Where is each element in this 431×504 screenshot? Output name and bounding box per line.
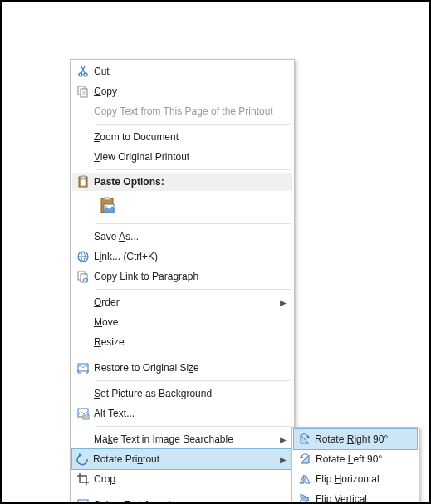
svg-rect-11	[104, 198, 110, 200]
copy-icon	[72, 85, 94, 98]
submenu-arrow-icon: ▶	[277, 298, 289, 307]
menu-item-make-searchable[interactable]: Make Text in Image Searchable ▶	[72, 429, 292, 449]
menu-item-copy-text: Copy Text from This Page of the Printout	[72, 101, 292, 121]
menu-item-cut[interactable]: Cut	[72, 61, 292, 81]
cut-icon	[72, 65, 94, 78]
select-text-icon	[72, 498, 94, 504]
menu-label: Cut	[94, 66, 289, 77]
submenu-item-flip-horizontal[interactable]: Flip Horizontal	[294, 469, 417, 489]
separator	[96, 169, 291, 170]
menu-label: Select Text from Image	[94, 499, 289, 504]
paste-icon	[72, 175, 94, 188]
menu-label: Rotate Right 90°	[315, 433, 414, 445]
submenu-item-rotate-left[interactable]: Rotate Left 90°	[294, 449, 417, 469]
menu-item-resize[interactable]: Resize	[72, 332, 292, 352]
menu-label: Set Picture as Background	[94, 388, 289, 399]
menu-item-view-original[interactable]: View Original Printout	[72, 147, 292, 167]
rotate-icon	[72, 453, 93, 466]
alt-text-icon	[72, 407, 94, 420]
menu-label: Flip Vertical	[316, 493, 414, 504]
paste-picture-button[interactable]	[96, 193, 120, 218]
menu-label: Copy Link to Paragraph	[94, 271, 289, 282]
link-icon	[72, 250, 94, 263]
separator	[96, 124, 291, 125]
submenu-item-rotate-right[interactable]: Rotate Right 90°	[293, 428, 418, 450]
crop-icon	[72, 472, 94, 486]
menu-item-order[interactable]: Order ▶	[72, 292, 292, 312]
menu-label: Rotate Printout	[93, 453, 277, 465]
submenu-arrow-icon: ▶	[277, 435, 289, 444]
menu-item-copy[interactable]: Copy	[72, 81, 292, 101]
menu-item-save-as[interactable]: Save As...	[72, 227, 292, 247]
rotate-submenu: Rotate Right 90° Rotate Left 90° Flip Ho…	[291, 427, 419, 504]
menu-label: Link... (Ctrl+K)	[94, 251, 289, 262]
menu-label: Paste Options:	[94, 176, 292, 188]
svg-point-1	[84, 73, 87, 76]
menu-label: Flip Horizontal	[316, 473, 414, 485]
submenu-item-flip-vertical[interactable]: Flip Vertical	[294, 489, 417, 504]
menu-item-crop[interactable]: Crop	[72, 469, 292, 489]
menu-item-copy-link-paragraph[interactable]: Copy Link to Paragraph	[72, 267, 292, 286]
separator	[96, 355, 291, 355]
separator	[96, 492, 291, 492]
svg-marker-34	[306, 475, 310, 483]
menu-label: Move	[94, 316, 289, 328]
svg-marker-23	[79, 453, 82, 457]
menu-item-alt-text[interactable]: Alt Text...	[72, 404, 292, 423]
menu-label: Resize	[94, 336, 289, 348]
context-menu: Cut Copy Copy Text from This Page of the…	[70, 59, 295, 504]
svg-marker-35	[301, 494, 309, 498]
menu-item-zoom[interactable]: Zoom to Document	[72, 127, 292, 147]
svg-marker-36	[301, 500, 309, 504]
menu-item-set-background[interactable]: Set Picture as Background	[72, 384, 292, 404]
menu-label: Restore to Original Size	[94, 362, 289, 374]
menu-item-restore-size[interactable]: Restore to Original Size	[72, 358, 292, 378]
svg-point-0	[79, 73, 82, 76]
menu-label: Make Text in Image Searchable	[94, 433, 277, 445]
paste-options-header: Paste Options:	[72, 173, 292, 191]
separator	[96, 380, 291, 381]
svg-marker-33	[300, 475, 304, 483]
copy-link-icon	[72, 270, 94, 283]
rotate-left-icon	[294, 453, 316, 466]
flip-vertical-icon	[294, 492, 316, 504]
menu-item-move[interactable]: Move	[72, 312, 292, 332]
separator	[96, 289, 291, 290]
submenu-arrow-icon: ▶	[277, 455, 289, 464]
menu-label: Order	[94, 296, 277, 308]
menu-label: Crop	[94, 473, 289, 485]
menu-item-link[interactable]: Link... (Ctrl+K)	[72, 247, 292, 267]
menu-item-rotate-printout[interactable]: Rotate Printout ▶	[71, 448, 293, 470]
rotate-right-icon	[294, 433, 315, 446]
svg-point-13	[105, 206, 108, 208]
menu-label: Rotate Left 90°	[316, 453, 414, 465]
menu-label: View Original Printout	[94, 151, 289, 163]
separator	[96, 426, 291, 427]
paste-options-row	[72, 191, 292, 221]
svg-rect-8	[81, 176, 86, 179]
menu-label: Copy Text from This Page of the Printout	[94, 105, 289, 117]
menu-item-select-text[interactable]: Select Text from Image	[72, 495, 292, 504]
menu-label: Copy	[94, 86, 289, 97]
restore-size-icon	[72, 361, 94, 374]
separator	[96, 223, 291, 224]
flip-horizontal-icon	[294, 472, 316, 486]
menu-label: Save As...	[94, 231, 289, 242]
menu-label: Alt Text...	[94, 408, 289, 419]
menu-label: Zoom to Document	[94, 131, 289, 143]
svg-rect-9	[81, 179, 86, 186]
